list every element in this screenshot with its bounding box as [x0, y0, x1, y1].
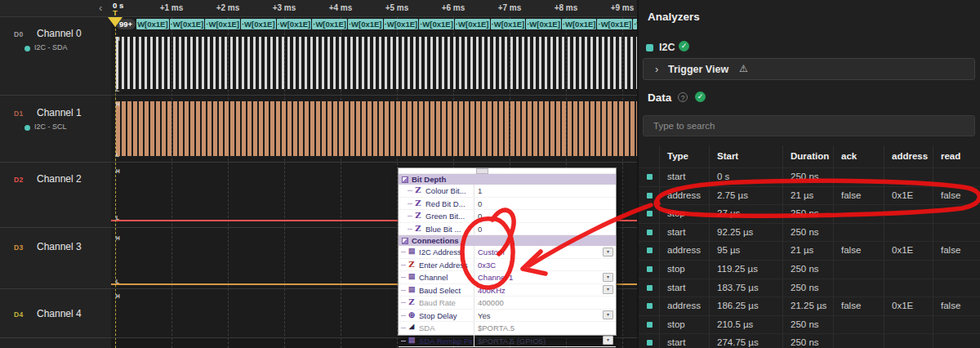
- param-value[interactable]: 0: [478, 212, 482, 221]
- param-value[interactable]: 0: [478, 225, 482, 234]
- cell-type[interactable]: stop: [667, 319, 685, 329]
- table-header-type[interactable]: Type: [667, 151, 688, 161]
- cell-start[interactable]: 0 s: [717, 172, 729, 181]
- dialog-section-header[interactable]: Bit Depth: [399, 174, 616, 185]
- param-value[interactable]: $PORTA.5 (GPIO5): [478, 337, 546, 346]
- cell-type[interactable]: address: [667, 245, 701, 255]
- channel-row[interactable]: D1Channel 1I2C - SCL: [0, 102, 111, 135]
- i2c-write-bubble[interactable]: W[0x1E]: [136, 19, 168, 29]
- dialog-row[interactable]: ZBlue Bit ...0: [399, 223, 616, 236]
- dialog-row[interactable]: ▤ChannelChannel 1▾: [399, 271, 616, 284]
- dialog-row[interactable]: ZRed Bit D...0: [399, 198, 616, 211]
- table-row[interactable]: start92.25 µs250 ns: [639, 224, 980, 243]
- cell-start[interactable]: 92.25 µs: [717, 227, 753, 237]
- i2c-write-bubble[interactable]: ·W[0x1E]: [205, 19, 240, 29]
- channel-row[interactable]: D2Channel 2: [0, 168, 111, 201]
- i2c-write-bubble[interactable]: ·W[0x1E]: [419, 19, 454, 29]
- cell-duration[interactable]: 21.25 µs: [791, 301, 826, 310]
- dialog-row[interactable]: ZEnter Address0x3C: [399, 259, 616, 272]
- param-value[interactable]: 0x3C: [478, 261, 496, 270]
- cell-type[interactable]: stop: [667, 208, 685, 218]
- param-value[interactable]: 0: [478, 199, 482, 208]
- i2c-write-bubble[interactable]: ·W[0x1E]: [277, 19, 312, 29]
- cell-ack[interactable]: false: [841, 301, 861, 310]
- cell-type[interactable]: address: [667, 301, 701, 310]
- i2c-write-bubble[interactable]: ·W[0x1E]: [526, 19, 561, 29]
- i2c-write-bubble[interactable]: ·W[0x1E]: [241, 19, 276, 29]
- cell-start[interactable]: 27 µs: [717, 208, 740, 218]
- channel-row[interactable]: D4Channel 4: [0, 303, 111, 336]
- cell-duration[interactable]: 21 µs: [791, 245, 813, 255]
- param-value[interactable]: Custom: [478, 248, 505, 257]
- cell-duration[interactable]: 250 ns: [791, 227, 819, 237]
- cell-read[interactable]: false: [941, 190, 960, 200]
- cell-address[interactable]: 0x1E: [892, 301, 913, 310]
- cell-duration[interactable]: 250 ns: [791, 283, 819, 292]
- channel0-waveform[interactable]: [116, 37, 637, 89]
- table-header-start[interactable]: Start: [717, 151, 738, 161]
- i2c-write-bubble[interactable]: ·W[0x1E]: [455, 19, 490, 29]
- cell-ack[interactable]: false: [841, 190, 861, 200]
- cell-duration[interactable]: 250 ns: [791, 319, 819, 329]
- cell-start[interactable]: 183.75 µs: [717, 283, 759, 292]
- dialog-row[interactable]: ZBaud Rate400000: [399, 297, 616, 310]
- dialog-row[interactable]: ZColour Bit...1: [399, 185, 616, 198]
- dropdown-button[interactable]: ▾: [603, 285, 613, 294]
- table-row[interactable]: start0 s250 ns: [639, 168, 980, 187]
- cell-duration[interactable]: 250 ns: [791, 208, 819, 218]
- cell-ack[interactable]: false: [841, 245, 861, 255]
- cell-start[interactable]: 2.75 µs: [717, 190, 748, 200]
- table-row[interactable]: start274.75 µs250 ns: [639, 334, 980, 348]
- trigger-marker-icon[interactable]: [108, 17, 122, 27]
- table-header-duration[interactable]: Duration: [791, 151, 829, 161]
- channel-row[interactable]: D3Channel 3: [0, 236, 111, 269]
- cell-start[interactable]: 119.25 µs: [717, 264, 758, 274]
- back-chevron-icon[interactable]: ‹: [99, 2, 102, 14]
- i2c-write-bubble[interactable]: ·W[0x1E]: [348, 19, 383, 29]
- i2c-write-bubble[interactable]: ·W[0x1E]: [597, 19, 632, 29]
- search-input[interactable]: [644, 116, 974, 136]
- dialog-row[interactable]: ⊕Stop DelayYes▾: [399, 310, 616, 323]
- table-row[interactable]: address2.75 µs21 µsfalse0x1Efalse: [639, 187, 980, 206]
- timeline-bar[interactable]: ‹ 0 s T +1 ms+2 ms+3 ms+4 ms+5 ms+6 ms+7…: [0, 0, 637, 17]
- help-icon[interactable]: ?: [678, 92, 688, 102]
- param-value[interactable]: 400000: [478, 298, 504, 307]
- i2c-analyzer-label[interactable]: I2C: [659, 42, 675, 53]
- param-value[interactable]: Yes: [478, 311, 491, 320]
- channel1-waveform[interactable]: [116, 101, 637, 156]
- cell-start[interactable]: 210.5 µs: [717, 319, 753, 329]
- cell-read[interactable]: false: [941, 245, 960, 255]
- dialog-row[interactable]: ▤I2C AddressCustom▾: [399, 246, 616, 259]
- dialog-row[interactable]: ▤Baud Select400KHz▾: [399, 284, 616, 297]
- cell-type[interactable]: start: [667, 227, 685, 237]
- cell-type[interactable]: stop: [667, 264, 685, 274]
- cell-duration[interactable]: 21 µs: [791, 190, 813, 200]
- table-header-read[interactable]: read: [941, 151, 960, 161]
- i2c-write-bubble[interactable]: ·W[0x1E]: [312, 19, 347, 29]
- param-value[interactable]: $PORTA.5: [478, 323, 514, 332]
- cell-start[interactable]: 95 µs: [717, 245, 740, 255]
- cell-start[interactable]: 274.75 µs: [717, 337, 759, 347]
- param-value[interactable]: 400KHz: [478, 286, 506, 295]
- cell-type[interactable]: start: [667, 337, 685, 347]
- channel-row[interactable]: D0Channel 0I2C - SDA: [0, 23, 111, 56]
- cell-duration[interactable]: 250 ns: [791, 172, 819, 181]
- dialog-row[interactable]: ZGreen Bit...0: [399, 210, 616, 223]
- table-row[interactable]: stop27 µs250 ns: [639, 205, 980, 224]
- dropdown-button[interactable]: ▾: [603, 310, 613, 319]
- i2c-write-bubble[interactable]: ·W[0x1E]: [384, 19, 419, 29]
- table-row[interactable]: start183.75 µs250 ns: [639, 279, 980, 298]
- cell-start[interactable]: 186.25 µs: [717, 301, 759, 310]
- table-header-address[interactable]: address: [892, 151, 928, 161]
- table-row[interactable]: stop119.25 µs250 ns: [639, 261, 980, 279]
- cell-read[interactable]: false: [941, 301, 960, 310]
- table-header-ack[interactable]: ack: [841, 151, 857, 161]
- cell-address[interactable]: 0x1E: [892, 190, 913, 200]
- data-table[interactable]: TypeStartDurationackaddressreadstart0 s2…: [639, 145, 980, 348]
- cell-duration[interactable]: 250 ns: [791, 264, 819, 274]
- table-row[interactable]: address186.25 µs21.25 µsfalse0x1Efalse: [639, 297, 980, 316]
- param-value[interactable]: 1: [478, 186, 482, 195]
- dialog-row[interactable]: ▤SDA Remap Pin$PORTA.5 (GPIO5)▾: [399, 335, 616, 348]
- table-row[interactable]: address95 µs21 µsfalse0x1Efalse: [639, 242, 980, 261]
- cell-type[interactable]: start: [667, 172, 685, 181]
